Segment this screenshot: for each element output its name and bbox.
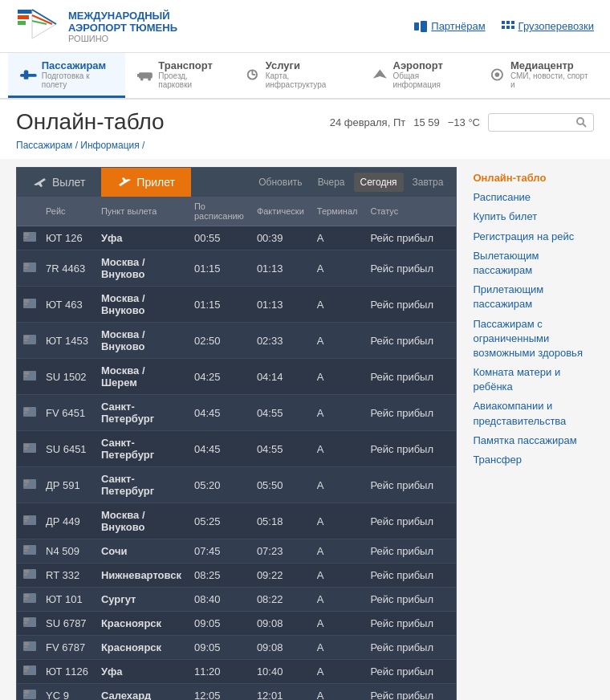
logo-sub: АЭРОПОРТ ТЮМЕНЬ [68,22,177,34]
sidebar-link-item[interactable]: Трансфер [473,453,594,467]
nav-item-services[interactable]: Услуги Карта, инфраструктура [232,53,360,98]
flight-id: FV 6451 [39,395,95,431]
sidebar-link[interactable]: Расписание [473,190,594,205]
page-meta: 24 февраля, Пт 15 59 −13 °С [330,113,594,132]
svg-rect-14 [511,26,514,29]
sidebar-link-item[interactable]: Вылетающим пассажирам [473,249,594,278]
sidebar-link[interactable]: Комната матери и ребёнка [473,365,594,394]
airline-icon [23,443,36,453]
flight-terminal: А [311,359,364,395]
flight-scheduled: 02:50 [188,323,250,359]
flight-scheduled: 05:25 [188,503,250,539]
sidebar-link[interactable]: Авиакомпании и представительства [473,399,594,428]
header: МЕЖДУНАРОДНЫЙ АЭРОПОРТ ТЮМЕНЬ РОШИНО Пар… [0,0,610,53]
nav-item-passengers[interactable]: Пассажирам Подготовка к полету [8,53,125,98]
partners-link[interactable]: Партнёрам [414,20,485,32]
flight-id: SU 6451 [39,431,95,467]
flight-id: ДР 591 [39,467,95,503]
airline-icon [23,690,36,699]
flight-origin: Салехард [95,684,188,701]
flight-scheduled: 05:20 [188,467,250,503]
logo-text: МЕЖДУНАРОДНЫЙ АЭРОПОРТ ТЮМЕНЬ РОШИНО [68,10,177,43]
left-panel: Вылет Прилет Обновить Вчера Сегодня Завт… [16,167,457,700]
breadcrumb: Пассажирам / Информация / [0,138,610,159]
flight-origin: Санкт-Петербург [95,395,188,431]
today-btn[interactable]: Сегодня [354,173,404,192]
flight-scheduled: 04:25 [188,359,250,395]
sidebar-link[interactable]: Трансфер [473,453,594,467]
flight-scheduled: 12:05 [188,684,250,701]
svg-point-27 [577,118,584,124]
svg-rect-57 [24,546,29,549]
flight-actual: 05:18 [250,503,311,539]
sidebar-link-item[interactable]: Прилетающим пассажирам [473,283,594,311]
nav-item-media[interactable]: Медиацентр СМИ, новости, спорт и [477,53,602,98]
sidebar-link[interactable]: Купить билет [473,210,594,224]
nav-passengers-sub: Подготовка к полету [42,71,113,89]
sidebar-link-item[interactable]: Расписание [473,190,594,205]
sidebar-link[interactable]: Прилетающим пассажирам [473,283,594,311]
col-terminal: Терминал [311,197,364,226]
table-row: FV 6451Санкт-Петербург04:4504:55АРейс пр… [17,395,456,431]
sidebar-link-item[interactable]: Регистрация на рейс [473,230,594,244]
svg-rect-9 [502,21,505,24]
flight-status: Рейс прибыл [364,226,456,250]
nav-transport-sub: Проезд, парковки [158,71,220,89]
svg-rect-21 [137,74,140,77]
col-flight [17,197,39,226]
flight-status: Рейс прибыл [364,612,456,636]
sidebar-link-item[interactable]: Комната матери и ребёнка [473,365,594,394]
nav-item-airport[interactable]: Аэропорт Общая информация [360,53,478,98]
col-actual: Фактически [250,197,311,226]
flight-status: Рейс прибыл [364,287,456,323]
flight-actual: 09:22 [250,564,311,588]
col-flight-id: Рейс [39,197,95,226]
airline-icon [23,665,36,675]
tomorrow-btn[interactable]: Завтра [406,173,450,192]
flight-icon-cell [17,250,39,287]
svg-rect-64 [24,598,27,600]
sidebar-link-item[interactable]: Онлайн-табло [473,171,594,185]
sidebar-link[interactable]: Регистрация на рейс [473,230,594,244]
flight-id: 7R 4463 [39,250,95,287]
flight-origin: Красноярск [95,612,188,636]
flight-id: FV 6787 [39,636,95,660]
sidebar-link[interactable]: Онлайн-табло [473,171,594,185]
search-input[interactable] [495,116,575,128]
svg-rect-63 [24,594,29,597]
flight-status: Рейс прибыл [364,684,456,701]
sidebar-link[interactable]: Памятка пассажирам [473,433,594,448]
flight-table: Рейс Пункт вылета По расписанию Фактичес… [17,197,456,700]
sidebar-link-item[interactable]: Купить билет [473,210,594,224]
flight-origin: Уфа [95,660,188,684]
header-links: Партнёрам Грузоперевозки [414,20,594,32]
sidebar-link-item[interactable]: Памятка пассажирам [473,433,594,448]
svg-point-19 [140,77,143,80]
flight-icon-cell [17,431,39,467]
flight-terminal: А [311,503,364,539]
cargo-link[interactable]: Грузоперевозки [502,20,594,32]
logo-icon [16,8,60,44]
airline-icon [23,569,36,579]
search-icon [575,116,587,128]
sidebar-link-item[interactable]: Пассажирам с ограниченными возможными зд… [473,317,594,361]
svg-rect-36 [24,299,29,303]
flight-actual: 00:39 [250,226,311,250]
sidebar-link[interactable]: Пассажирам с ограниченными возможными зд… [473,317,594,361]
table-row: SU 6787Красноярск09:0509:08АРейс прибыл [17,612,456,636]
table-row: ДР 591Санкт-Петербург05:2005:50АРейс при… [17,467,456,503]
tab-arrival[interactable]: Прилет [101,168,191,197]
search-box[interactable] [488,113,594,132]
refresh-btn[interactable]: Обновить [252,173,308,192]
tab-departure[interactable]: Вылет [17,168,101,197]
sidebar-link[interactable]: Вылетающим пассажирам [473,249,594,278]
table-row: YC 9Салехард12:0512:01АРейс прибыл [17,684,456,701]
nav-item-transport[interactable]: Транспорт Проезд, парковки [125,53,232,98]
svg-rect-10 [506,21,510,24]
svg-rect-61 [24,574,27,576]
flight-actual: 04:14 [250,359,311,395]
sidebar-link-item[interactable]: Авиакомпании и представительства [473,399,594,428]
table-row: ЮТ 463Москва / Внуково01:1501:13АРейс пр… [17,287,456,323]
yesterday-btn[interactable]: Вчера [311,173,352,192]
flight-id: SU 6787 [39,612,95,636]
